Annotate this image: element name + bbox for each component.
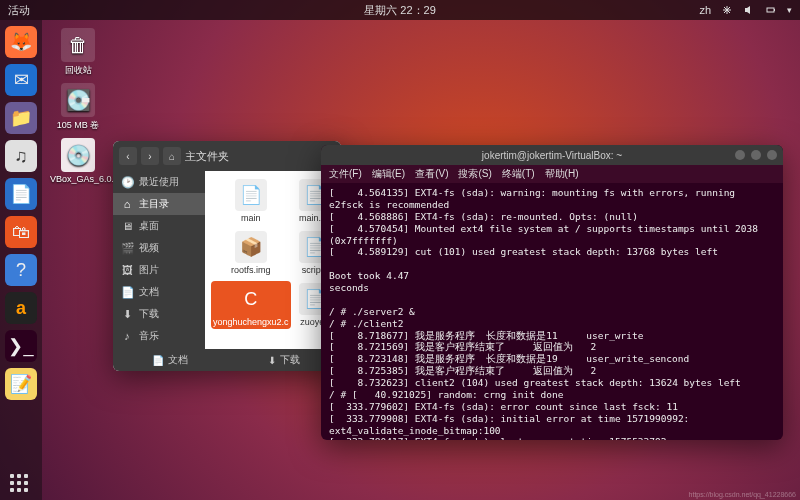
- dock-text-editor[interactable]: 📝: [5, 368, 37, 400]
- desktop-volume[interactable]: 💽 105 MB 卷: [50, 83, 106, 132]
- sidebar-item-recent[interactable]: 🕑最近使用: [113, 171, 205, 193]
- maximize-button[interactable]: [751, 150, 761, 160]
- dock-writer[interactable]: 📄: [5, 178, 37, 210]
- terminal-titlebar[interactable]: jokertim@jokertim-VirtualBox: ~: [321, 145, 783, 165]
- sidebar-label: 图片: [139, 263, 159, 277]
- dock: 🦊 ✉ 📁 ♫ 📄 🛍 ? a ❯_ 📝: [0, 20, 42, 500]
- footer-label: 文档: [168, 353, 188, 367]
- sidebar-label: 文档: [139, 285, 159, 299]
- svg-rect-1: [774, 9, 775, 11]
- sidebar-item-music[interactable]: ♪音乐: [113, 325, 205, 347]
- files-header: ‹ › ⌂ 主文件夹: [113, 141, 341, 171]
- terminal-window: jokertim@jokertim-VirtualBox: ~ 文件(F) 编辑…: [321, 145, 783, 440]
- sidebar-label: 主目录: [139, 197, 169, 211]
- path-label: 主文件夹: [185, 149, 229, 164]
- dock-amazon[interactable]: a: [5, 292, 37, 324]
- menu-file[interactable]: 文件(F): [329, 167, 362, 181]
- dock-terminal[interactable]: ❯_: [5, 330, 37, 362]
- menu-search[interactable]: 搜索(S): [458, 167, 491, 181]
- sidebar-item-home[interactable]: ⌂主目录: [113, 193, 205, 215]
- dock-rhythmbox[interactable]: ♫: [5, 140, 37, 172]
- sidebar-item-downloads[interactable]: ⬇下载: [113, 303, 205, 325]
- sidebar-item-pictures[interactable]: 🖼图片: [113, 259, 205, 281]
- terminal-title: jokertim@jokertim-VirtualBox: ~: [482, 150, 622, 161]
- desktop-vbox-label: VBox_GAs_6.0.12: [50, 174, 106, 184]
- desktop-volume-label: 105 MB 卷: [50, 119, 106, 132]
- file-label: main: [213, 213, 289, 223]
- file-label: yonghuchengxu2.c: [213, 317, 289, 327]
- files-window: ‹ › ⌂ 主文件夹 🕑最近使用 ⌂主目录 🖥桌面 🎬视频 🖼图片 📄文档 ⬇下…: [113, 141, 341, 371]
- desktop-trash[interactable]: 🗑 回收站: [50, 28, 106, 77]
- dock-help[interactable]: ?: [5, 254, 37, 286]
- svg-rect-0: [767, 8, 774, 12]
- desktop-trash-label: 回收站: [50, 64, 106, 77]
- terminal-menubar: 文件(F) 编辑(E) 查看(V) 搜索(S) 终端(T) 帮助(H): [321, 165, 783, 183]
- file-item-rootfs[interactable]: 📦rootfs.img: [211, 229, 291, 277]
- chevron-down-icon[interactable]: ▾: [787, 5, 792, 15]
- top-bar: 活动 星期六 22：29 zh ▾: [0, 0, 800, 20]
- desktop-vbox-additions[interactable]: 💿 VBox_GAs_6.0.12: [50, 138, 106, 184]
- network-icon[interactable]: [721, 4, 733, 16]
- close-button[interactable]: [767, 150, 777, 160]
- sidebar-label: 桌面: [139, 219, 159, 233]
- minimize-button[interactable]: [735, 150, 745, 160]
- sidebar-item-documents[interactable]: 📄文档: [113, 281, 205, 303]
- file-item-yonghu[interactable]: Cyonghuchengxu2.c: [211, 281, 291, 329]
- clock-icon: 🕑: [121, 176, 133, 189]
- desktop-icons: 🗑 回收站 💽 105 MB 卷 💿 VBox_GAs_6.0.12: [50, 28, 106, 184]
- dock-files[interactable]: 📁: [5, 102, 37, 134]
- music-icon: ♪: [121, 330, 133, 342]
- volume-icon[interactable]: [743, 4, 755, 16]
- battery-icon[interactable]: [765, 4, 777, 16]
- terminal-output[interactable]: [ 4.564135] EXT4-fs (sda): warning: moun…: [321, 183, 783, 440]
- nav-back-button[interactable]: ‹: [119, 147, 137, 165]
- sidebar-label: 视频: [139, 241, 159, 255]
- desktop-icon: 🖥: [121, 220, 133, 232]
- home-icon[interactable]: ⌂: [163, 147, 181, 165]
- dock-software[interactable]: 🛍: [5, 216, 37, 248]
- video-icon: 🎬: [121, 242, 133, 255]
- document-icon: 📄: [121, 286, 133, 299]
- download-icon: ⬇: [121, 308, 133, 321]
- menu-edit[interactable]: 编辑(E): [372, 167, 405, 181]
- activities-button[interactable]: 活动: [8, 3, 30, 18]
- sidebar-label: 下载: [139, 307, 159, 321]
- footer-label: 下载: [280, 353, 300, 367]
- clock[interactable]: 星期六 22：29: [364, 3, 436, 18]
- footer-documents[interactable]: 📄文档: [113, 349, 227, 371]
- menu-help[interactable]: 帮助(H): [545, 167, 579, 181]
- input-method-indicator[interactable]: zh: [699, 4, 711, 16]
- home-icon: ⌂: [121, 198, 133, 210]
- download-icon: ⬇: [268, 355, 276, 366]
- files-footer: 📄文档 ⬇下载: [113, 349, 341, 371]
- show-applications-button[interactable]: [10, 474, 28, 492]
- sidebar-label: 音乐: [139, 329, 159, 343]
- picture-icon: 🖼: [121, 264, 133, 276]
- file-item-main[interactable]: 📄main: [211, 177, 291, 225]
- sidebar-label: 最近使用: [139, 175, 179, 189]
- watermark: https://blog.csdn.net/qq_41228666: [689, 491, 796, 498]
- menu-terminal[interactable]: 终端(T): [502, 167, 535, 181]
- menu-view[interactable]: 查看(V): [415, 167, 448, 181]
- dock-firefox[interactable]: 🦊: [5, 26, 37, 58]
- file-label: rootfs.img: [213, 265, 289, 275]
- files-sidebar: 🕑最近使用 ⌂主目录 🖥桌面 🎬视频 🖼图片 📄文档 ⬇下载 ♪音乐 🗑回收站 …: [113, 171, 205, 349]
- sidebar-item-desktop[interactable]: 🖥桌面: [113, 215, 205, 237]
- document-icon: 📄: [152, 355, 164, 366]
- system-tray: zh ▾: [699, 4, 792, 16]
- dock-thunderbird[interactable]: ✉: [5, 64, 37, 96]
- sidebar-item-videos[interactable]: 🎬视频: [113, 237, 205, 259]
- nav-forward-button[interactable]: ›: [141, 147, 159, 165]
